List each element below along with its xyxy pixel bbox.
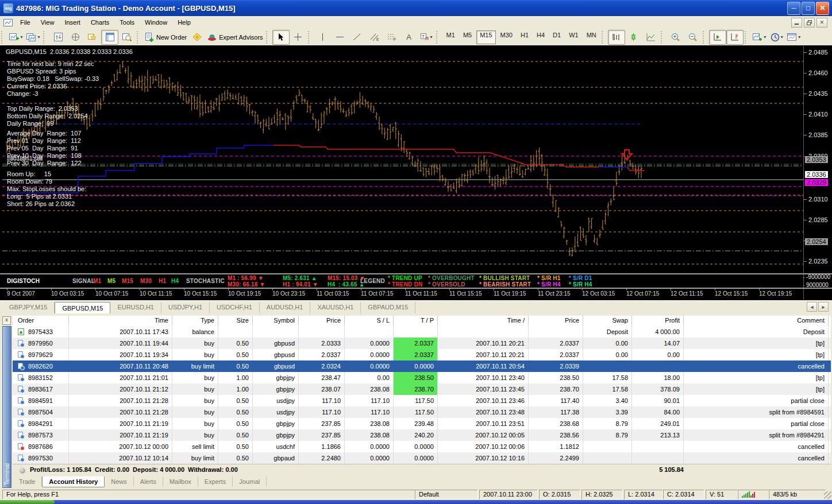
table-row[interactable]: 89799502007.10.11 19:44buy0.50gbpusd2.03… [13,338,831,349]
terminal-tab-experts[interactable]: Experts [198,476,233,487]
terminal-tab-alerts[interactable]: Alerts [134,476,163,487]
status-profile[interactable]: Default [415,490,478,499]
column-header-price[interactable]: Price [299,316,345,325]
market-watch-button[interactable] [49,30,67,45]
vertical-line-tool-button[interactable] [314,30,332,45]
title-bar[interactable]: mig 487986: MIG Trading Station - Demo A… [0,0,832,16]
minimize-button[interactable]: ─ [787,2,800,15]
mdi-minimize-button[interactable] [791,18,802,28]
candlestick-chart-button[interactable] [625,30,642,45]
terminal-tab-journal[interactable]: Journal [233,476,267,487]
column-header-time[interactable]: Time [69,316,172,325]
timeframe-button-d1[interactable]: D1 [549,30,564,44]
chart-tab-usdjpyh1[interactable]: USDJPY,H1 [161,302,210,313]
toolbar-grip[interactable] [266,31,271,44]
navigator-button[interactable] [84,30,101,45]
bar-chart-button[interactable] [608,30,625,45]
timeframe-button-m5[interactable]: M5 [460,30,475,44]
chart-tab-eurusdh1[interactable]: EURUSD,H1 [110,302,161,313]
indicators-button[interactable]: ▾ [751,30,768,45]
auto-scroll-button[interactable] [709,30,726,45]
table-row[interactable]: 89875042007.10.11 21:28buy0.50usdjpy117.… [13,406,831,418]
toolbar-grip[interactable] [308,31,313,44]
expert-advisors-button[interactable]: Expert Advisors [206,30,264,45]
templates-button[interactable]: ▾ [785,30,803,45]
timeframe-button-h4[interactable]: H4 [533,30,548,44]
fibonacci-tool-button[interactable]: F [383,30,400,45]
column-header-profit[interactable]: Profit [632,316,684,325]
table-header[interactable]: OrderTimeTypeSizeSymbolPriceS / LT / PTi… [13,316,831,327]
periods-button[interactable]: ▾ [768,30,785,45]
chart-tab-audusdh1[interactable]: AUDUSD,H1 [260,302,311,313]
table-row[interactable]: 89836172007.10.11 21:12buy1.00gbpjpy238.… [13,383,831,395]
channel-tool-button[interactable]: E [366,30,383,45]
chart-tab-gbpusdm15[interactable]: GBPUSD,M15 [55,302,110,313]
column-header-tp[interactable]: T / P [394,316,438,325]
timeframe-button-mn[interactable]: MN [583,30,600,44]
table-row[interactable]: 8975433▲2007.10.11 17:43balanceDeposit4 … [13,326,831,338]
menu-item-insert[interactable]: Insert [59,17,86,28]
timeframe-button-m30[interactable]: M30 [497,30,516,44]
column-header-id[interactable]: Order [14,316,69,325]
toolbar-grip[interactable] [1,31,6,44]
column-header-size[interactable]: Size [218,316,253,325]
column-header-symbol[interactable]: Symbol [253,316,299,325]
tab-scroll-left-button[interactable]: ◂ [807,302,817,312]
close-button[interactable]: ✕ [816,2,829,15]
zoom-in-button[interactable] [667,30,684,45]
menu-item-view[interactable]: View [36,17,60,28]
trendline-tool-button[interactable] [349,30,366,45]
new-order-button[interactable]: New Order [143,30,188,45]
timeframe-button-m15[interactable]: M15 [476,30,495,44]
tab-scroll-right-button[interactable]: ▸ [818,302,829,312]
menu-item-help[interactable]: Help [172,17,196,28]
table-row[interactable]: 89842912007.10.11 21:19buy0.50gbpjpy237.… [13,418,831,429]
resize-grip[interactable] [824,491,831,499]
menu-item-tools[interactable]: Tools [114,17,140,28]
timeframe-button-m1[interactable]: M1 [443,30,459,44]
menu-item-charts[interactable]: Charts [86,17,114,28]
terminal-tab-account-history[interactable]: Account History [42,476,105,487]
table-row[interactable]: 89831522007.10.11 21:01buy1.00gbpjpy238.… [13,372,831,383]
chart-tab-xauusdh1[interactable]: XAUUSD,H1 [310,302,361,313]
crosshair-tool-button[interactable] [290,30,307,45]
terminal-tab-news[interactable]: News [105,476,134,487]
cursor-tool-button[interactable] [272,30,290,45]
maximize-button[interactable]: □ [802,2,815,15]
chart-window-icon[interactable] [3,19,13,26]
toolbar-grip[interactable] [661,31,666,44]
horizontal-line-tool-button[interactable] [332,30,349,45]
chart-tab-usdchfh1[interactable]: USDCHF,H1 [210,302,260,313]
terminal-button[interactable] [101,30,118,45]
column-header-price2[interactable]: Price [529,316,583,325]
new-chart-button[interactable]: ▾ [7,30,25,45]
data-window-button[interactable] [67,30,84,45]
menu-item-file[interactable]: File [15,17,36,28]
toolbar-grip[interactable] [703,31,708,44]
price-axis[interactable]: 2.04852.04602.04352.04102.03852.03602.03… [803,46,832,300]
text-tool-button[interactable]: A [400,30,418,45]
time-axis[interactable]: 9 Oct 200710 Oct 03:1510 Oct 07:1510 Oct… [2,289,803,300]
table-row[interactable]: 89826202007.10.11 20:48buy limit0.50gbpu… [13,360,831,372]
line-chart-button[interactable] [642,30,660,45]
column-header-sl[interactable]: S / L [345,316,394,325]
terminal-tab-trade[interactable]: Trade [13,476,42,487]
zoom-out-button[interactable] [684,30,702,45]
terminal-caption-strip[interactable]: Terminal [2,326,11,488]
toolbar-grip[interactable] [137,31,142,44]
table-row[interactable]: 89845912007.10.11 21:28buy0.50usdjpy117.… [13,395,831,406]
terminal-close-icon[interactable]: x [2,316,11,325]
table-row[interactable]: 89876862007.10.12 00:00sell limit0.50usd… [13,441,831,452]
table-row[interactable]: 89875732007.10.11 21:19buy0.50gbpjpy237.… [13,429,831,441]
table-row[interactable]: 89796292007.10.11 19:34buy0.50gbpusd2.03… [13,349,831,360]
chart-tab-gbpjpym15[interactable]: GBPJPY,M15 [2,302,55,313]
column-header-comment[interactable]: Comment [684,316,829,325]
chart-tab-gbpaudm15[interactable]: GBPAUD,M15 [361,302,415,313]
arrows-tool-button[interactable]: T ▾ [418,30,435,45]
timeframe-button-w1[interactable]: W1 [565,30,582,44]
toolbar-grip[interactable] [43,31,48,44]
toolbar-grip[interactable] [602,31,607,44]
mdi-restore-button[interactable] [804,18,815,28]
column-header-time2[interactable]: Time / [438,316,529,325]
chart-shift-button[interactable] [726,30,744,45]
